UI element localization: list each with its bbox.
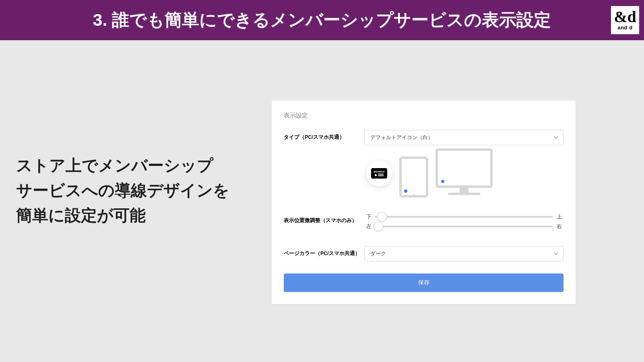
page-color-select-value: ダーク xyxy=(370,250,386,257)
slide-title: 3. 誰でも簡単にできるメンバーシップサービスの表示設定 xyxy=(93,8,551,32)
type-preview: MEMBER xyxy=(364,145,564,197)
position-label: 表示位置微調整（スマホのみ） xyxy=(284,213,364,224)
vertical-position-slider[interactable]: 下 上 xyxy=(364,213,564,220)
member-badge-preview: MEMBER xyxy=(366,160,392,186)
page-color-label: ページカラー（PC/スマホ共通） xyxy=(284,246,364,257)
save-button[interactable]: 保存 xyxy=(284,274,564,292)
slider-start-label: 下 xyxy=(364,213,373,220)
settings-panel: 表示設定 タイプ（PC/スマホ共通） デフォルトアイコン（白） MEMBER xyxy=(272,101,576,304)
position-row: 表示位置微調整（スマホのみ） 下 上 左 右 xyxy=(284,213,564,230)
slider-end-label: 右 xyxy=(555,223,564,230)
brand-logo-text: and d xyxy=(617,25,632,31)
horizontal-position-slider[interactable]: 左 右 xyxy=(364,223,564,230)
type-select-value: デフォルトアイコン（白） xyxy=(370,134,433,141)
member-badge-text: MEMBER xyxy=(374,171,384,173)
tablet-icon xyxy=(399,156,428,197)
description-text: ストア上でメンバーシップ サービスへの導線デザインを 簡単に設定が可能 xyxy=(16,153,229,228)
page-color-row: ページカラー（PC/スマホ共通） ダーク xyxy=(284,246,564,261)
description-line: 簡単に設定が可能 xyxy=(16,203,229,228)
position-indicator-dot xyxy=(441,180,444,183)
slide-header: 3. 誰でも簡単にできるメンバーシップサービスの表示設定 &d and d xyxy=(0,0,644,40)
slider-start-label: 左 xyxy=(364,223,373,230)
panel-title: 表示設定 xyxy=(284,112,564,119)
save-button-label: 保存 xyxy=(418,279,429,286)
type-label: タイプ（PC/スマホ共通） xyxy=(284,130,364,141)
slider-track[interactable] xyxy=(375,216,553,218)
brand-logo-mark: &d xyxy=(614,10,636,24)
type-row: タイプ（PC/スマホ共通） デフォルトアイコン（白） MEMBER xyxy=(284,130,564,208)
brand-logo: &d and d xyxy=(611,6,639,34)
slider-thumb[interactable] xyxy=(374,222,383,231)
position-indicator-dot xyxy=(404,189,407,193)
slider-track[interactable] xyxy=(375,226,553,227)
monitor-icon xyxy=(436,148,493,188)
page-color-select[interactable]: ダーク xyxy=(364,246,564,261)
member-badge-icon: MEMBER xyxy=(371,168,387,179)
description-line: サービスへの導線デザインを xyxy=(16,178,229,203)
chevron-down-icon xyxy=(553,251,558,256)
slider-thumb[interactable] xyxy=(377,212,387,222)
slider-end-label: 上 xyxy=(555,213,564,220)
chevron-down-icon xyxy=(553,135,558,140)
type-select[interactable]: デフォルトアイコン（白） xyxy=(364,130,564,145)
description-line: ストア上でメンバーシップ xyxy=(16,153,229,178)
